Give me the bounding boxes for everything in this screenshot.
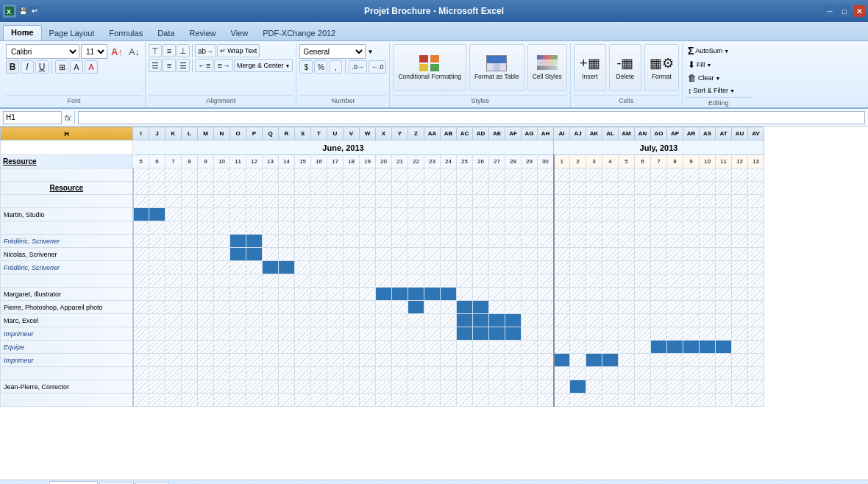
gantt-cell[interactable] [619,394,635,407]
gantt-cell[interactable] [408,314,424,327]
gantt-cell[interactable] [651,288,667,301]
gantt-cell[interactable] [651,354,667,367]
gantt-cell[interactable] [344,182,360,195]
gantt-cell[interactable] [198,195,214,208]
gantt-cell[interactable] [619,380,635,394]
gantt-cell[interactable] [748,168,764,182]
gantt-cell[interactable] [748,274,764,288]
gantt-cell[interactable] [230,327,246,341]
gantt-cell[interactable] [133,261,149,274]
gantt-cell[interactable] [360,208,376,221]
gantt-cell[interactable] [586,235,602,248]
gantt-cell[interactable] [554,168,570,182]
gantt-cell[interactable] [263,367,279,380]
gantt-cell[interactable] [522,367,538,380]
gantt-cell[interactable] [295,274,311,288]
gantt-cell[interactable] [182,288,198,301]
gantt-cell[interactable] [570,248,586,261]
gantt-cell[interactable] [570,208,586,221]
gantt-cell[interactable] [489,261,505,274]
gantt-cell[interactable] [279,380,295,394]
gantt-cell[interactable] [651,314,667,327]
gantt-cell[interactable] [230,195,246,208]
gantt-row[interactable]: Jean-Pierre, Corrector [1,380,764,394]
tab-home[interactable]: Home [3,25,42,40]
gantt-cell[interactable] [489,354,505,367]
gantt-cell[interactable] [344,168,360,182]
gantt-cell[interactable] [149,235,166,248]
percent-btn[interactable]: % [314,60,327,74]
gantt-cell[interactable] [586,248,602,261]
gantt-cell[interactable] [732,261,748,274]
gantt-cell[interactable] [538,327,554,341]
gantt-cell[interactable] [360,274,376,288]
gantt-cell[interactable] [570,367,586,380]
gantt-cell[interactable] [732,301,748,314]
gantt-cell[interactable] [522,314,538,327]
orientation-btn[interactable]: ab→ [195,44,216,57]
gantt-cell[interactable] [295,248,311,261]
gantt-cell[interactable] [570,394,586,407]
gantt-cell[interactable] [344,367,360,380]
gantt-cell[interactable] [635,327,651,341]
gantt-cell[interactable] [166,248,182,261]
gantt-cell[interactable] [522,208,538,221]
gantt-cell[interactable] [602,327,619,341]
gantt-cell[interactable] [732,195,748,208]
gantt-cell[interactable] [133,394,149,407]
gantt-cell[interactable] [166,341,182,354]
gantt-cell[interactable] [441,301,457,314]
gantt-cell[interactable] [732,341,748,354]
gantt-cell[interactable] [489,235,505,248]
gantt-cell[interactable] [392,195,408,208]
gantt-cell[interactable] [133,367,149,380]
gantt-row[interactable]: Marc, Excel [1,314,764,327]
gantt-cell[interactable] [214,261,230,274]
gantt-cell[interactable] [279,248,295,261]
gantt-cell[interactable] [214,367,230,380]
gantt-cell[interactable] [489,301,505,314]
gantt-cell[interactable] [182,182,198,195]
gantt-cell[interactable] [457,354,473,367]
gantt-cell[interactable] [279,195,295,208]
gantt-cell[interactable] [198,288,214,301]
gantt-cell[interactable] [732,288,748,301]
gantt-cell[interactable] [263,195,279,208]
gantt-cell[interactable] [198,301,214,314]
gantt-cell[interactable] [586,394,602,407]
gantt-row[interactable]: Frédéric, Scrivener [1,235,764,248]
gantt-cell[interactable] [602,235,619,248]
gantt-cell[interactable] [344,195,360,208]
gantt-cell[interactable] [376,195,392,208]
gantt-cell[interactable] [279,208,295,221]
tab-data[interactable]: Data [150,26,182,40]
gantt-cell[interactable] [263,327,279,341]
gantt-cell[interactable] [457,301,473,314]
gantt-cell[interactable] [198,208,214,221]
gantt-cell[interactable] [182,314,198,327]
gantt-cell[interactable] [651,394,667,407]
gantt-cell[interactable] [700,208,716,221]
gantt-cell[interactable] [716,380,732,394]
gantt-cell[interactable] [441,168,457,182]
gantt-cell[interactable] [602,394,619,407]
gantt-cell[interactable] [505,394,522,407]
gantt-cell[interactable] [295,195,311,208]
gantt-cell[interactable] [748,301,764,314]
gantt-cell[interactable] [651,182,667,195]
gantt-cell[interactable] [198,354,214,367]
gantt-cell[interactable] [133,208,149,221]
gantt-cell[interactable] [716,341,732,354]
gantt-row[interactable] [1,221,764,235]
gantt-cell[interactable] [538,195,554,208]
gantt-cell[interactable] [166,288,182,301]
gantt-cell[interactable] [748,394,764,407]
accounting-format-btn[interactable]: $ [299,60,313,74]
gantt-cell[interactable] [198,314,214,327]
gantt-cell[interactable] [263,301,279,314]
gantt-cell[interactable] [538,367,554,380]
gantt-cell[interactable] [246,195,263,208]
gantt-cell[interactable] [311,354,327,367]
gantt-cell[interactable] [635,261,651,274]
gantt-cell[interactable] [133,301,149,314]
